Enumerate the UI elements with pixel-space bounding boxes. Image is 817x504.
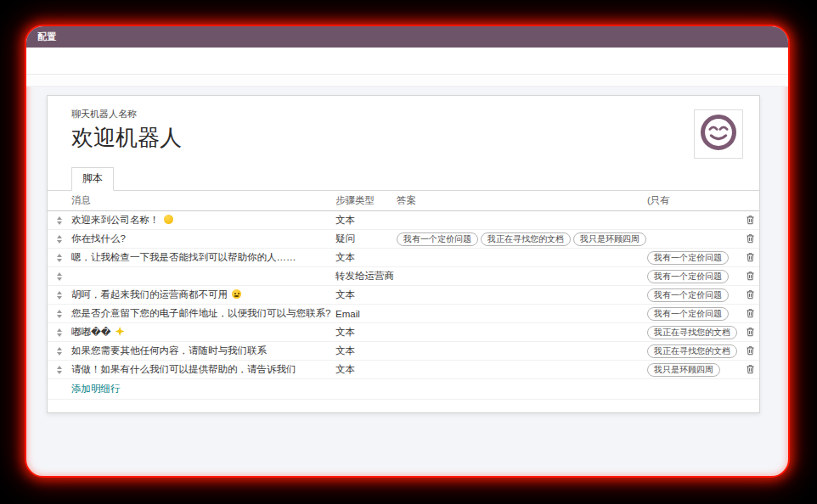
step-type: 文本 <box>335 363 397 376</box>
table-row[interactable]: 欢迎来到公司名称！ 文本 <box>48 211 759 230</box>
only-if-pill: 我正在寻找您的文档 <box>647 344 737 358</box>
chatbot-name-title[interactable]: 欢迎机器人 <box>48 123 759 153</box>
message-text: 如果您需要其他任何内容，请随时与我们联系 <box>71 344 335 357</box>
delete-row-button[interactable] <box>741 344 759 359</box>
message-text: 嗯，让我检查一下我是否能找到可以帮助你的人…… <box>71 251 335 264</box>
notebook-tabs: 脚本 <box>48 166 759 191</box>
col-header-only-if: (只有 <box>647 194 741 207</box>
delete-row-button[interactable] <box>741 306 759 322</box>
chatbot-avatar[interactable] <box>694 109 743 159</box>
breadcrumb-bar <box>26 48 788 75</box>
secondary-bar <box>26 75 788 87</box>
trash-icon <box>746 250 755 266</box>
step-type: 文本 <box>335 344 397 357</box>
delete-row-button[interactable] <box>741 288 759 303</box>
answer-pill: 我只是环顾四周 <box>573 232 646 246</box>
col-header-step-type: 步骤类型 <box>335 194 397 207</box>
message-text: 嘟嘟�� <box>71 327 111 337</box>
page-content: 聊天机器人名称 欢迎机器人 脚本 消息 <box>26 87 788 413</box>
step-type: 文本 <box>335 214 397 227</box>
table-header-row: 消息 步骤类型 答案 (只有 <box>48 191 759 211</box>
chatbot-form-sheet: 聊天机器人名称 欢迎机器人 脚本 消息 <box>47 95 760 413</box>
delete-row-button[interactable] <box>741 213 759 228</box>
top-navbar: 配置 <box>26 26 788 48</box>
step-type: 文本 <box>335 288 397 301</box>
step-type: 文本 <box>335 251 397 264</box>
only-if-pill: 我有一个定价问题 <box>647 307 729 321</box>
only-if-pill: 我有一个定价问题 <box>647 251 729 265</box>
delete-row-button[interactable] <box>741 232 759 247</box>
add-line-row: 添加明细行 <box>48 379 759 400</box>
trash-icon <box>746 344 755 359</box>
table-row[interactable]: 嘟嘟�� 文本 我正在寻找您的文档 <box>48 323 759 342</box>
sparkle-emoji-icon <box>116 327 125 336</box>
table-row[interactable]: 你在找什么? 疑问 我有一个定价问题 我正在寻找您的文档 我只是环顾四周 <box>48 230 759 249</box>
drag-handle-icon[interactable] <box>56 235 71 244</box>
table-row[interactable]: 胡呵，看起来我们的运营商都不可用 文本 我有一个定价问题 <box>48 286 759 305</box>
trash-icon <box>746 288 755 303</box>
trash-icon <box>746 213 755 228</box>
script-steps-table: 消息 步骤类型 答案 (只有 欢迎来到公司名称！ 文本 <box>48 191 759 400</box>
message-text: 胡呵，看起来我们的运营商都不可用 <box>71 289 228 300</box>
drag-handle-icon[interactable] <box>56 328 71 337</box>
only-if-pill: 我有一个定价问题 <box>647 288 729 302</box>
answer-pill: 我有一个定价问题 <box>397 232 478 246</box>
table-row[interactable]: 如果您需要其他任何内容，请随时与我们联系 文本 我正在寻找您的文档 <box>48 342 759 361</box>
message-text: 欢迎来到公司名称！ <box>71 215 160 225</box>
drag-handle-icon[interactable] <box>56 254 71 262</box>
only-if-pill: 我只是环顾四周 <box>647 363 720 377</box>
delete-row-button[interactable] <box>741 250 759 266</box>
drag-handle-icon[interactable] <box>56 216 71 225</box>
step-type: 文本 <box>335 326 397 339</box>
trash-icon <box>746 306 755 322</box>
trash-icon <box>746 232 755 247</box>
drag-handle-icon[interactable] <box>56 291 71 300</box>
col-header-answers: 答案 <box>397 194 647 207</box>
wave-emoji-icon <box>164 215 173 224</box>
message-text: 请做！如果有什么我们可以提供帮助的，请告诉我们 <box>71 363 335 376</box>
col-header-message: 消息 <box>71 194 335 207</box>
only-if-pill: 我有一个定价问题 <box>647 270 729 283</box>
delete-row-button[interactable] <box>741 325 759 340</box>
answer-pill: 我正在寻找您的文档 <box>481 232 571 246</box>
screenshot-frame: 配置 聊天机器人名称 欢迎机器人 脚本 <box>25 25 790 478</box>
step-type: 转发给运营商 <box>335 270 397 283</box>
table-row[interactable]: 请做！如果有什么我们可以提供帮助的，请告诉我们 文本 我只是环顾四周 <box>48 361 759 379</box>
drag-handle-icon[interactable] <box>56 272 71 281</box>
table-row[interactable]: 转发给运营商 我有一个定价问题 <box>48 267 759 286</box>
message-text: 你在找什么? <box>71 232 335 245</box>
delete-row-button[interactable] <box>741 269 759 284</box>
tab-script[interactable]: 脚本 <box>71 167 114 191</box>
drag-handle-icon[interactable] <box>56 310 71 318</box>
drag-handle-icon[interactable] <box>56 347 71 356</box>
table-row[interactable]: 您是否介意留下您的电子邮件地址，以便我们可以与您联系? Email 我有一个定价… <box>48 305 759 323</box>
table-row[interactable]: 嗯，让我检查一下我是否能找到可以帮助你的人…… 文本 我有一个定价问题 <box>48 249 759 267</box>
step-type: Email <box>335 309 397 319</box>
chatbot-name-label: 聊天机器人名称 <box>48 108 759 120</box>
menu-config[interactable]: 配置 <box>37 31 57 43</box>
smiley-face-icon <box>698 112 739 156</box>
trash-icon <box>746 362 755 378</box>
add-line-link[interactable]: 添加明细行 <box>71 383 121 395</box>
step-type: 疑问 <box>335 232 397 245</box>
trash-icon <box>746 325 755 340</box>
drag-handle-icon[interactable] <box>56 366 71 374</box>
trash-icon <box>746 269 755 284</box>
only-if-pill: 我正在寻找您的文档 <box>647 326 737 339</box>
delete-row-button[interactable] <box>741 362 759 378</box>
message-text: 您是否介意留下您的电子邮件地址，以便我们可以与您联系? <box>71 307 335 320</box>
confused-face-emoji-icon <box>232 289 241 299</box>
